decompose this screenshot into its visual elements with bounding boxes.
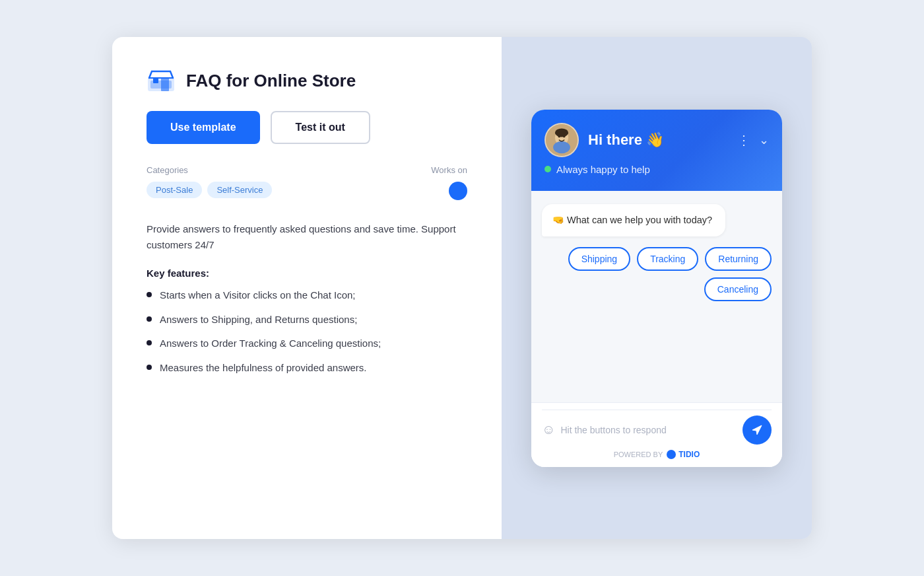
use-template-button[interactable]: Use template [147,111,260,144]
store-icon [147,69,176,92]
more-options-icon[interactable]: ⋮ [737,132,751,148]
status-dot [544,166,551,172]
tidio-logo: TIDIO [667,450,700,459]
bullet-icon [147,316,152,322]
avatar [544,123,579,157]
quick-reply-canceling[interactable]: Canceling [704,277,772,301]
chat-header-top: Hi there 👋 ⋮ ⌄ [544,123,769,157]
chat-input-row: ☺ Hit the buttons to respond [542,415,772,445]
divider [542,410,772,410]
description: Provide answers to frequently asked ques… [147,221,467,253]
tag-post-sale[interactable]: Post-Sale [147,182,202,198]
powered-by-label: POWERED BY [614,450,663,458]
chat-header: Hi there 👋 ⋮ ⌄ Always happy to help [531,110,782,191]
chat-input-placeholder: Hit the buttons to respond [560,419,737,441]
right-panel: Hi there 👋 ⋮ ⌄ Always happy to help 🤜 Wh… [502,37,812,539]
features-list: Starts when a Visitor clicks on the Chat… [147,288,467,375]
header-row: FAQ for Online Store [147,69,467,92]
works-on-label: Works on [431,165,467,175]
emoji-icon[interactable]: ☺ [542,422,555,437]
svg-point-10 [555,128,568,137]
chat-footer: ☺ Hit the buttons to respond POWERED BY … [531,402,782,467]
categories-section: Categories Post-Sale Self-Service [147,165,272,198]
quick-replies: Shipping Tracking Returning Canceling [542,247,772,301]
quick-reply-returning[interactable]: Returning [705,247,772,271]
bullet-icon [147,365,152,370]
tidio-dot-icon [667,450,676,459]
feature-item-1: Starts when a Visitor clicks on the Chat… [147,288,467,303]
feature-item-3: Answers to Order Tracking & Canceling qu… [147,336,467,351]
tags-row: Post-Sale Self-Service [147,182,272,198]
bullet-icon [147,292,152,297]
chevron-down-icon[interactable]: ⌄ [759,133,769,147]
powered-by: POWERED BY TIDIO [542,450,772,459]
chat-status-row: Always happy to help [544,164,769,175]
test-it-out-button[interactable]: Test it out [271,111,370,144]
send-icon [751,424,763,436]
agent-info: Hi there 👋 [544,123,664,157]
btn-row: Use template Test it out [147,111,467,144]
bullet-icon [147,340,152,345]
page-title: FAQ for Online Store [186,71,356,91]
works-on-section: Works on [431,165,467,200]
bot-message-bubble: 🤜 What can we help you with today? [542,204,725,237]
status-text: Always happy to help [556,164,650,175]
chat-body: 🤜 What can we help you with today? Shipp… [531,191,782,402]
quick-reply-tracking[interactable]: Tracking [637,247,698,271]
categories-label: Categories [147,165,272,175]
chat-widget: Hi there 👋 ⋮ ⌄ Always happy to help 🤜 Wh… [531,110,782,467]
svg-rect-3 [161,78,169,91]
works-on-icon [449,182,467,200]
meta-row: Categories Post-Sale Self-Service Works … [147,165,467,200]
chat-greeting: Hi there 👋 [588,131,664,149]
svg-rect-2 [153,78,158,83]
header-controls: ⋮ ⌄ [737,132,769,148]
left-panel: FAQ for Online Store Use template Test i… [112,37,502,539]
feature-item-2: Answers to Shipping, and Returns questio… [147,312,467,328]
quick-reply-shipping[interactable]: Shipping [568,247,631,271]
feature-item-4: Measures the helpfulness of provided ans… [147,361,467,376]
send-button[interactable] [742,415,772,445]
key-features-title: Key features: [147,268,467,279]
tag-self-service[interactable]: Self-Service [207,182,272,198]
svg-point-7 [553,141,570,153]
tidio-brand: TIDIO [678,450,700,459]
